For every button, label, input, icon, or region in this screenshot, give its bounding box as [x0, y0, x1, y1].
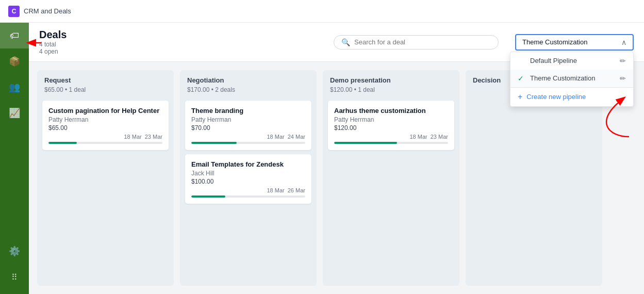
card-date1: 18 Mar — [124, 134, 142, 140]
catalog-icon: 📦 — [9, 56, 20, 67]
card-date2: 26 Mar — [288, 187, 305, 193]
card-progress — [191, 195, 305, 198]
pipeline-option-label-theme: Theme Customization — [530, 74, 616, 82]
search-input[interactable] — [354, 38, 491, 46]
plus-icon: + — [518, 92, 522, 102]
pipeline-option-label-default: Default Pipeline — [530, 57, 616, 64]
card-progress — [191, 142, 305, 144]
card-date2: 23 Mar — [145, 134, 162, 140]
card-amount: $65.00 — [48, 124, 162, 132]
card-date2: 23 Mar — [431, 134, 448, 140]
pipeline-selected-label: Theme Customization — [522, 38, 587, 46]
column-header-demo: Demo presentation — [323, 70, 459, 86]
contacts-icon: 👥 — [9, 81, 20, 93]
card-amount: $120.00 — [334, 124, 448, 132]
card-person: Patty Herrman — [334, 116, 448, 123]
column-header-negotiation: Negotiation — [180, 70, 317, 86]
card-title: Theme branding — [191, 107, 305, 115]
create-new-pipeline[interactable]: + Create new pipeline — [510, 87, 633, 106]
page-title: Deals — [39, 29, 67, 41]
sidebar-item-contacts[interactable]: 👥 — [0, 74, 29, 100]
column-cards-demo: Aarhus theme customization Patty Herrman… — [323, 99, 459, 286]
column-header-request: Request — [37, 70, 174, 86]
column-meta-demo: $120.00 • 1 deal — [323, 86, 459, 99]
chevron-up-icon: ∧ — [621, 38, 626, 46]
card-title: Aarhus theme customization — [334, 107, 448, 115]
search-bar: 🔍 — [334, 35, 499, 50]
card-date1: 18 Mar — [267, 134, 285, 140]
edit-icon-default[interactable]: ✏ — [620, 57, 626, 65]
column-cards-negotiation: Theme branding Patty Herrman $70.00 18 M… — [180, 99, 317, 286]
card-email-templates[interactable]: Email Templates for Zendesk Jack Hill $1… — [185, 154, 311, 204]
card-progress-bar — [191, 142, 237, 144]
page-title-block: Deals 4 total 4 open — [39, 29, 67, 55]
sidebar-item-catalog[interactable]: 📦 — [0, 48, 29, 74]
card-progress-bar — [191, 195, 225, 198]
card-date1: 18 Mar — [267, 187, 285, 193]
sidebar-item-deals[interactable]: 🏷 — [0, 23, 29, 48]
card-amount: $70.00 — [191, 124, 305, 132]
analytics-icon: 📈 — [9, 107, 20, 119]
card-custom-pagination[interactable]: Custom pagination for Help Center Patty … — [42, 101, 169, 150]
create-pipeline-label: Create new pipeline — [526, 93, 626, 101]
card-progress-bar — [48, 142, 77, 144]
app-logo: C — [8, 6, 20, 17]
search-icon: 🔍 — [341, 38, 350, 46]
pipeline-option-default[interactable]: Default Pipeline ✏ — [510, 52, 633, 70]
pipeline-option-theme[interactable]: ✓ Theme Customization ✏ — [510, 70, 633, 87]
column-demo: Demo presentation $120.00 • 1 deal Aarhu… — [323, 70, 459, 286]
card-progress — [48, 142, 162, 144]
column-cards-decision — [466, 91, 602, 286]
column-request: Request $65.00 • 1 deal Custom paginatio… — [37, 70, 174, 286]
card-date2: 24 Mar — [288, 134, 305, 140]
card-person: Patty Herrman — [191, 116, 305, 123]
card-person: Patty Herrman — [48, 116, 162, 123]
pipeline-dropdown: Default Pipeline ✏ ✓ Theme Customization… — [510, 52, 634, 107]
column-negotiation: Negotiation $170.00 • 2 deals Theme bran… — [180, 70, 317, 286]
card-theme-branding[interactable]: Theme branding Patty Herrman $70.00 18 M… — [185, 101, 311, 150]
card-title: Email Templates for Zendesk — [191, 160, 305, 168]
checkmark-icon: ✓ — [518, 74, 526, 83]
apps-icon: ⠿ — [11, 272, 18, 282]
total-count: 4 total — [39, 41, 56, 48]
sidebar-item-apps[interactable]: ⠿ — [0, 264, 29, 290]
card-aarhus[interactable]: Aarhus theme customization Patty Herrman… — [328, 101, 454, 150]
open-count: 4 open — [39, 48, 58, 55]
sidebar-item-settings[interactable]: ⚙️ — [0, 238, 29, 264]
pipeline-selector[interactable]: Theme Customization ∧ Default Pipeline ✏… — [515, 34, 634, 51]
card-amount: $100.00 — [191, 178, 305, 185]
app-title: CRM and Deals — [24, 7, 71, 15]
card-title: Custom pagination for Help Center — [48, 107, 162, 115]
edit-icon-theme[interactable]: ✏ — [620, 74, 626, 83]
column-meta-negotiation: $170.00 • 2 deals — [180, 86, 317, 99]
card-person: Jack Hill — [191, 170, 305, 177]
column-cards-request: Custom pagination for Help Center Patty … — [37, 99, 174, 286]
card-progress — [334, 142, 448, 144]
sidebar-item-analytics[interactable]: 📈 — [0, 100, 29, 126]
deals-icon: 🏷 — [10, 30, 19, 41]
column-meta-request: $65.00 • 1 deal — [37, 86, 174, 99]
pipeline-button[interactable]: Theme Customization ∧ — [515, 34, 634, 51]
settings-icon: ⚙️ — [9, 246, 20, 257]
card-progress-bar — [334, 142, 397, 144]
card-date1: 18 Mar — [410, 134, 427, 140]
